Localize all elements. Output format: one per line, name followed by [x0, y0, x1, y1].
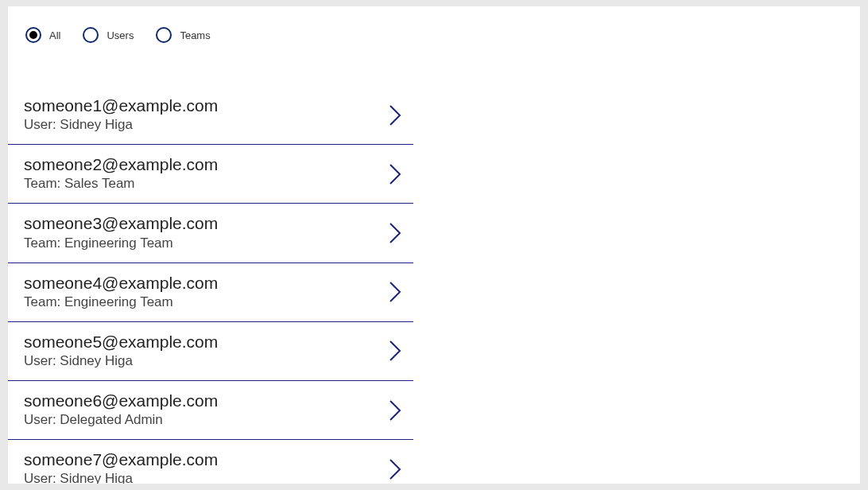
radio-teams[interactable]: Teams: [156, 27, 210, 43]
list-item-email: someone6@example.com: [24, 391, 383, 411]
list-item-email: someone3@example.com: [24, 213, 383, 234]
list-item[interactable]: someone4@example.comTeam: Engineering Te…: [8, 263, 413, 322]
chevron-right-icon: [383, 457, 407, 481]
list-item-detail: Team: Engineering Team: [24, 235, 383, 253]
list-item-detail: User: Sidney Higa: [24, 352, 383, 371]
list-item[interactable]: someone1@example.comUser: Sidney Higa: [8, 86, 413, 145]
radio-icon: [83, 27, 99, 43]
radio-all[interactable]: All: [25, 27, 60, 43]
radio-label-users: Users: [107, 29, 134, 41]
radio-label-all: All: [49, 29, 60, 41]
list-item[interactable]: someone6@example.comUser: Delegated Admi…: [8, 381, 413, 440]
list-item-detail: Team: Sales Team: [24, 175, 383, 193]
list-item-text: someone6@example.comUser: Delegated Admi…: [24, 391, 383, 430]
list-item[interactable]: someone5@example.comUser: Sidney Higa: [8, 322, 413, 381]
list-item-text: someone2@example.comTeam: Sales Team: [24, 154, 383, 193]
list-item-text: someone5@example.comUser: Sidney Higa: [24, 332, 383, 371]
filter-radio-group: All Users Teams: [8, 6, 860, 49]
list-item[interactable]: someone3@example.comTeam: Engineering Te…: [8, 204, 413, 262]
list-item-detail: User: Sidney Higa: [24, 470, 383, 484]
list-item-email: someone4@example.com: [24, 273, 383, 294]
chevron-right-icon: [383, 399, 407, 422]
panel: All Users Teams someone1@example.comUser…: [8, 6, 860, 484]
results-list[interactable]: someone1@example.comUser: Sidney Higasom…: [8, 86, 413, 484]
radio-icon: [156, 27, 172, 43]
list-item[interactable]: someone7@example.comUser: Sidney Higa: [8, 440, 413, 484]
list-item-text: someone3@example.comTeam: Engineering Te…: [24, 213, 383, 252]
list-item-detail: Team: Engineering Team: [24, 294, 383, 312]
list-item-email: someone1@example.com: [24, 95, 383, 116]
chevron-right-icon: [383, 103, 407, 127]
list-item-email: someone7@example.com: [24, 449, 383, 470]
radio-icon: [25, 27, 41, 43]
list-item-detail: User: Delegated Admin: [24, 411, 383, 430]
radio-label-teams: Teams: [180, 29, 210, 41]
list-item-text: someone4@example.comTeam: Engineering Te…: [24, 273, 383, 312]
list-item-email: someone2@example.com: [24, 154, 383, 175]
radio-users[interactable]: Users: [83, 27, 134, 43]
chevron-right-icon: [383, 280, 407, 304]
chevron-right-icon: [383, 162, 407, 186]
list-item-detail: User: Sidney Higa: [24, 116, 383, 134]
list-item-email: someone5@example.com: [24, 332, 383, 352]
list-item-text: someone1@example.comUser: Sidney Higa: [24, 95, 383, 134]
list-item-text: someone7@example.comUser: Sidney Higa: [24, 449, 383, 484]
chevron-right-icon: [383, 339, 407, 363]
chevron-right-icon: [383, 221, 407, 245]
list-item[interactable]: someone2@example.comTeam: Sales Team: [8, 145, 413, 204]
